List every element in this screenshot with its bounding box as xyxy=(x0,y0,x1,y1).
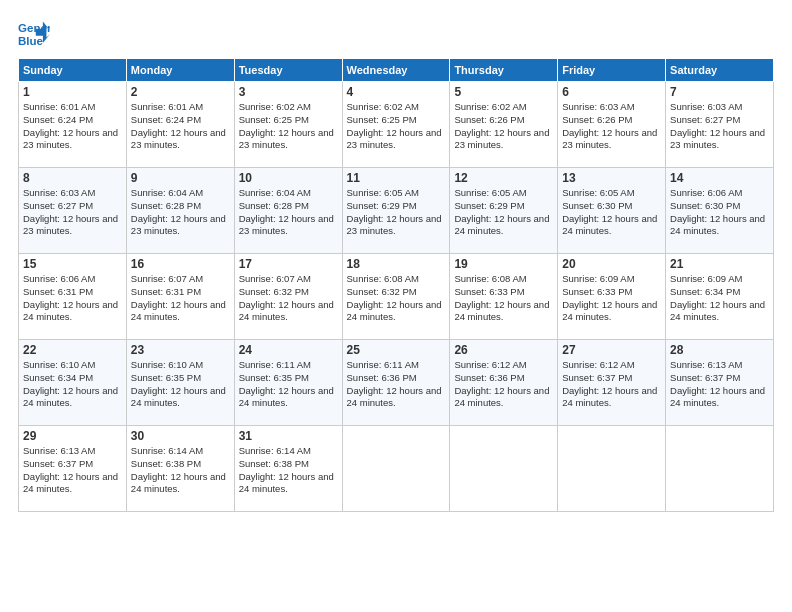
day-info: Sunrise: 6:03 AMSunset: 6:26 PMDaylight:… xyxy=(562,101,657,150)
day-cell: 29 Sunrise: 6:13 AMSunset: 6:37 PMDaylig… xyxy=(19,426,127,512)
day-number: 10 xyxy=(239,171,338,185)
day-number: 26 xyxy=(454,343,553,357)
day-number: 19 xyxy=(454,257,553,271)
day-number: 3 xyxy=(239,85,338,99)
day-cell: 5 Sunrise: 6:02 AMSunset: 6:26 PMDayligh… xyxy=(450,82,558,168)
day-cell: 20 Sunrise: 6:09 AMSunset: 6:33 PMDaylig… xyxy=(558,254,666,340)
day-number: 11 xyxy=(347,171,446,185)
logo: General Blue xyxy=(18,18,50,50)
week-row-1: 1 Sunrise: 6:01 AMSunset: 6:24 PMDayligh… xyxy=(19,82,774,168)
page: General Blue SundayMondayTuesdayWednesda… xyxy=(0,0,792,612)
day-info: Sunrise: 6:05 AMSunset: 6:29 PMDaylight:… xyxy=(454,187,549,236)
day-number: 12 xyxy=(454,171,553,185)
day-cell xyxy=(342,426,450,512)
day-number: 22 xyxy=(23,343,122,357)
day-cell: 16 Sunrise: 6:07 AMSunset: 6:31 PMDaylig… xyxy=(126,254,234,340)
header: General Blue xyxy=(18,18,774,50)
day-info: Sunrise: 6:01 AMSunset: 6:24 PMDaylight:… xyxy=(131,101,226,150)
day-info: Sunrise: 6:12 AMSunset: 6:36 PMDaylight:… xyxy=(454,359,549,408)
day-number: 4 xyxy=(347,85,446,99)
week-row-3: 15 Sunrise: 6:06 AMSunset: 6:31 PMDaylig… xyxy=(19,254,774,340)
day-info: Sunrise: 6:14 AMSunset: 6:38 PMDaylight:… xyxy=(239,445,334,494)
calendar-body: 1 Sunrise: 6:01 AMSunset: 6:24 PMDayligh… xyxy=(19,82,774,512)
week-row-4: 22 Sunrise: 6:10 AMSunset: 6:34 PMDaylig… xyxy=(19,340,774,426)
day-info: Sunrise: 6:11 AMSunset: 6:36 PMDaylight:… xyxy=(347,359,442,408)
day-info: Sunrise: 6:06 AMSunset: 6:30 PMDaylight:… xyxy=(670,187,765,236)
day-number: 25 xyxy=(347,343,446,357)
day-cell: 19 Sunrise: 6:08 AMSunset: 6:33 PMDaylig… xyxy=(450,254,558,340)
day-cell xyxy=(666,426,774,512)
day-info: Sunrise: 6:05 AMSunset: 6:29 PMDaylight:… xyxy=(347,187,442,236)
day-cell: 17 Sunrise: 6:07 AMSunset: 6:32 PMDaylig… xyxy=(234,254,342,340)
day-cell: 18 Sunrise: 6:08 AMSunset: 6:32 PMDaylig… xyxy=(342,254,450,340)
day-number: 6 xyxy=(562,85,661,99)
day-cell: 13 Sunrise: 6:05 AMSunset: 6:30 PMDaylig… xyxy=(558,168,666,254)
day-info: Sunrise: 6:04 AMSunset: 6:28 PMDaylight:… xyxy=(239,187,334,236)
logo-icon: General Blue xyxy=(18,18,50,50)
day-cell: 12 Sunrise: 6:05 AMSunset: 6:29 PMDaylig… xyxy=(450,168,558,254)
day-number: 5 xyxy=(454,85,553,99)
day-info: Sunrise: 6:02 AMSunset: 6:26 PMDaylight:… xyxy=(454,101,549,150)
day-number: 28 xyxy=(670,343,769,357)
day-cell: 11 Sunrise: 6:05 AMSunset: 6:29 PMDaylig… xyxy=(342,168,450,254)
day-info: Sunrise: 6:13 AMSunset: 6:37 PMDaylight:… xyxy=(670,359,765,408)
day-header-wednesday: Wednesday xyxy=(342,59,450,82)
day-header-monday: Monday xyxy=(126,59,234,82)
day-number: 2 xyxy=(131,85,230,99)
day-number: 20 xyxy=(562,257,661,271)
day-number: 9 xyxy=(131,171,230,185)
day-number: 17 xyxy=(239,257,338,271)
day-number: 8 xyxy=(23,171,122,185)
day-info: Sunrise: 6:09 AMSunset: 6:33 PMDaylight:… xyxy=(562,273,657,322)
day-number: 31 xyxy=(239,429,338,443)
day-cell: 26 Sunrise: 6:12 AMSunset: 6:36 PMDaylig… xyxy=(450,340,558,426)
day-number: 15 xyxy=(23,257,122,271)
day-cell: 4 Sunrise: 6:02 AMSunset: 6:25 PMDayligh… xyxy=(342,82,450,168)
day-cell: 10 Sunrise: 6:04 AMSunset: 6:28 PMDaylig… xyxy=(234,168,342,254)
day-info: Sunrise: 6:08 AMSunset: 6:33 PMDaylight:… xyxy=(454,273,549,322)
day-number: 13 xyxy=(562,171,661,185)
day-cell: 15 Sunrise: 6:06 AMSunset: 6:31 PMDaylig… xyxy=(19,254,127,340)
day-cell: 9 Sunrise: 6:04 AMSunset: 6:28 PMDayligh… xyxy=(126,168,234,254)
week-row-5: 29 Sunrise: 6:13 AMSunset: 6:37 PMDaylig… xyxy=(19,426,774,512)
calendar-table: SundayMondayTuesdayWednesdayThursdayFrid… xyxy=(18,58,774,512)
day-number: 27 xyxy=(562,343,661,357)
day-cell: 31 Sunrise: 6:14 AMSunset: 6:38 PMDaylig… xyxy=(234,426,342,512)
day-header-tuesday: Tuesday xyxy=(234,59,342,82)
svg-text:Blue: Blue xyxy=(18,35,44,47)
day-info: Sunrise: 6:10 AMSunset: 6:35 PMDaylight:… xyxy=(131,359,226,408)
day-cell: 7 Sunrise: 6:03 AMSunset: 6:27 PMDayligh… xyxy=(666,82,774,168)
day-header-sunday: Sunday xyxy=(19,59,127,82)
day-cell: 25 Sunrise: 6:11 AMSunset: 6:36 PMDaylig… xyxy=(342,340,450,426)
day-info: Sunrise: 6:02 AMSunset: 6:25 PMDaylight:… xyxy=(239,101,334,150)
day-cell: 23 Sunrise: 6:10 AMSunset: 6:35 PMDaylig… xyxy=(126,340,234,426)
day-info: Sunrise: 6:07 AMSunset: 6:32 PMDaylight:… xyxy=(239,273,334,322)
day-cell: 21 Sunrise: 6:09 AMSunset: 6:34 PMDaylig… xyxy=(666,254,774,340)
day-cell: 27 Sunrise: 6:12 AMSunset: 6:37 PMDaylig… xyxy=(558,340,666,426)
day-number: 24 xyxy=(239,343,338,357)
day-info: Sunrise: 6:11 AMSunset: 6:35 PMDaylight:… xyxy=(239,359,334,408)
day-cell: 1 Sunrise: 6:01 AMSunset: 6:24 PMDayligh… xyxy=(19,82,127,168)
day-info: Sunrise: 6:09 AMSunset: 6:34 PMDaylight:… xyxy=(670,273,765,322)
week-row-2: 8 Sunrise: 6:03 AMSunset: 6:27 PMDayligh… xyxy=(19,168,774,254)
day-cell xyxy=(450,426,558,512)
day-cell: 28 Sunrise: 6:13 AMSunset: 6:37 PMDaylig… xyxy=(666,340,774,426)
day-info: Sunrise: 6:12 AMSunset: 6:37 PMDaylight:… xyxy=(562,359,657,408)
day-cell: 6 Sunrise: 6:03 AMSunset: 6:26 PMDayligh… xyxy=(558,82,666,168)
day-info: Sunrise: 6:06 AMSunset: 6:31 PMDaylight:… xyxy=(23,273,118,322)
day-number: 30 xyxy=(131,429,230,443)
day-info: Sunrise: 6:02 AMSunset: 6:25 PMDaylight:… xyxy=(347,101,442,150)
day-number: 23 xyxy=(131,343,230,357)
day-number: 7 xyxy=(670,85,769,99)
day-info: Sunrise: 6:04 AMSunset: 6:28 PMDaylight:… xyxy=(131,187,226,236)
day-number: 21 xyxy=(670,257,769,271)
day-info: Sunrise: 6:03 AMSunset: 6:27 PMDaylight:… xyxy=(23,187,118,236)
day-cell: 8 Sunrise: 6:03 AMSunset: 6:27 PMDayligh… xyxy=(19,168,127,254)
day-info: Sunrise: 6:03 AMSunset: 6:27 PMDaylight:… xyxy=(670,101,765,150)
day-header-thursday: Thursday xyxy=(450,59,558,82)
day-info: Sunrise: 6:05 AMSunset: 6:30 PMDaylight:… xyxy=(562,187,657,236)
day-number: 1 xyxy=(23,85,122,99)
day-number: 16 xyxy=(131,257,230,271)
day-info: Sunrise: 6:07 AMSunset: 6:31 PMDaylight:… xyxy=(131,273,226,322)
days-header: SundayMondayTuesdayWednesdayThursdayFrid… xyxy=(19,59,774,82)
